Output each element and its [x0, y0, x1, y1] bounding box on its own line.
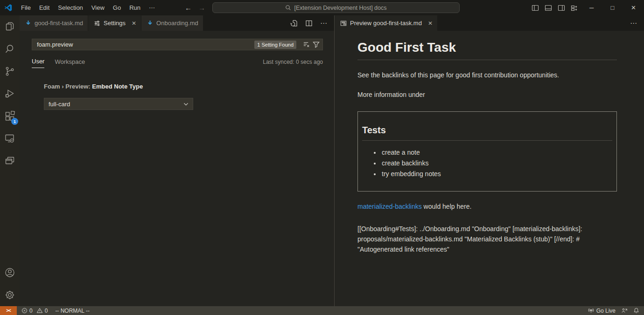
vim-mode-indicator[interactable]: -- NORMAL -- [55, 308, 90, 314]
explorer-icon[interactable] [0, 15, 20, 38]
select-value: full-card [49, 101, 70, 108]
setting-title: Foam › Preview: Embed Note Type [44, 83, 323, 90]
broadcast-icon [588, 308, 594, 314]
menu-more-icon[interactable]: ⋯ [145, 4, 160, 11]
extensions-badge: 1 [11, 118, 18, 125]
toggle-panel-icon[interactable] [542, 0, 555, 15]
list-item: try embedding notes [381, 169, 612, 179]
nav-back-icon[interactable]: ← [185, 4, 192, 12]
problems-indicator[interactable]: 0 0 [21, 308, 48, 314]
tab-good-first-task[interactable]: good-first-task.md [20, 15, 88, 31]
warning-count: 0 [45, 308, 48, 314]
tab-label: Preview good-first-task.md [350, 20, 422, 27]
split-editor-icon[interactable] [305, 20, 313, 27]
embed-note-list: create a note create backlinks try embed… [362, 147, 612, 179]
menu-run[interactable]: Run [125, 4, 145, 11]
status-bar: >< 0 0 -- NORMAL -- Go Live [0, 306, 644, 315]
menu-view[interactable]: View [87, 4, 109, 11]
menu-edit[interactable]: Edit [35, 4, 54, 11]
clear-settings-search-icon[interactable] [303, 41, 310, 48]
editor-windows-icon[interactable] [0, 150, 20, 172]
scope-tab-user[interactable]: User [32, 58, 44, 68]
markdown-file-icon [25, 20, 31, 26]
remote-indicator[interactable]: >< [0, 306, 17, 315]
tab-label: good-first-task.md [35, 20, 83, 27]
toggle-sidebar-icon[interactable] [529, 0, 542, 15]
intro-paragraph: See the backlinks of this page for good … [357, 70, 617, 80]
activity-bar: 1 [0, 15, 20, 306]
link-references-paragraph: [[Onboarding#Tests]: ../Onboarding.md "O… [357, 224, 617, 255]
close-window-icon[interactable]: ✕ [623, 0, 644, 15]
live-share-icon[interactable] [621, 308, 628, 314]
embed-note-type-select[interactable]: full-card [44, 98, 193, 110]
menu-selection[interactable]: Selection [54, 4, 87, 11]
embedded-note-card: Tests create a note create backlinks try… [357, 111, 617, 192]
run-debug-icon[interactable] [0, 82, 20, 105]
markdown-preview: Good First Task See the backlinks of thi… [335, 31, 644, 255]
source-control-icon[interactable] [0, 60, 20, 82]
editor-group-left: good-first-task.md Settings ✕ Onboarding… [20, 15, 334, 306]
setting-category: Foam › Preview: [44, 83, 92, 90]
notifications-bell-icon[interactable] [633, 308, 639, 314]
open-settings-json-icon[interactable] [290, 20, 298, 27]
filter-settings-icon[interactable] [313, 41, 320, 48]
tab-onboarding[interactable]: Onboarding.md [141, 15, 203, 31]
search-icon [285, 5, 291, 11]
nav-forward-icon[interactable]: → [198, 4, 205, 12]
scope-tab-workspace[interactable]: Workspace [55, 58, 85, 68]
backlink-suffix: would help here. [422, 203, 472, 210]
last-synced-label: Last synced: 0 secs ago [263, 59, 323, 68]
settings-editor: 1 Setting Found User Workspace Last sync… [20, 31, 334, 110]
minimize-window-icon[interactable]: ─ [581, 0, 602, 15]
close-tab-icon[interactable]: ✕ [428, 20, 433, 27]
settings-gear-icon[interactable] [0, 284, 20, 306]
tab-label: Settings [104, 20, 126, 27]
extensions-icon[interactable]: 1 [0, 105, 20, 127]
menu-file[interactable]: File [17, 4, 35, 11]
settings-search-box: 1 Setting Found [32, 39, 323, 50]
more-actions-icon[interactable]: ⋯ [320, 19, 328, 27]
settings-sliders-icon [94, 20, 100, 27]
more-actions-icon[interactable]: ⋯ [630, 19, 637, 27]
list-item: create a note [381, 147, 612, 158]
tab-settings[interactable]: Settings ✕ [88, 15, 141, 31]
tabstrip-right: Preview good-first-task.md ✕ ⋯ [335, 15, 644, 31]
go-live-label: Go Live [596, 308, 616, 314]
error-icon [21, 308, 28, 314]
workbench: 1 good-first-task.md [0, 15, 644, 306]
activity-bar-spacer [0, 172, 20, 261]
more-info-paragraph: More information under [357, 90, 617, 99]
customize-layout-icon[interactable] [568, 0, 581, 15]
tabstrip-left: good-first-task.md Settings ✕ Onboarding… [20, 15, 334, 31]
markdown-file-icon [147, 20, 153, 26]
search-view-icon[interactable] [0, 38, 20, 60]
accounts-icon[interactable] [0, 261, 20, 284]
remote-explorer-icon[interactable] [0, 127, 20, 150]
maximize-window-icon[interactable]: □ [602, 0, 623, 15]
materialized-backlinks-link[interactable]: materialized-backlinks [357, 203, 422, 210]
embed-note-title: Tests [362, 125, 612, 136]
tab-label: Onboarding.md [156, 20, 198, 27]
editor-group-right: Preview good-first-task.md ✕ ⋯ Good Firs… [334, 15, 644, 306]
title-bar: File Edit Selection View Go Run ⋯ ← → [E… [0, 0, 644, 15]
error-count: 0 [29, 308, 33, 314]
chevron-down-icon [183, 101, 189, 107]
backlink-paragraph: materialized-backlinks would help here. [357, 202, 617, 211]
command-center-search[interactable]: [Extension Development Host] docs [212, 2, 460, 13]
setting-item-embed-note-type: Foam › Preview: Embed Note Type full-car… [44, 83, 323, 110]
setting-name: Embed Note Type [92, 83, 143, 90]
editor-area: good-first-task.md Settings ✕ Onboarding… [20, 15, 644, 306]
menu-go[interactable]: Go [109, 4, 125, 11]
go-live-button[interactable]: Go Live [588, 308, 616, 314]
preview-title: Good First Task [357, 40, 617, 55]
warning-icon [36, 308, 43, 314]
settings-scope-row: User Workspace Last synced: 0 secs ago [32, 58, 323, 68]
command-center-label: [Extension Development Host] docs [294, 5, 386, 11]
editor-actions-right: ⋯ [630, 15, 644, 31]
editor-actions-left: ⋯ [290, 15, 334, 31]
toggle-secondary-sidebar-icon[interactable] [555, 0, 568, 15]
settings-search-input[interactable] [36, 41, 254, 48]
tab-preview-good-first-task[interactable]: Preview good-first-task.md ✕ [335, 15, 438, 31]
close-tab-icon[interactable]: ✕ [132, 20, 136, 27]
settings-result-count-badge: 1 Setting Found [254, 41, 296, 49]
